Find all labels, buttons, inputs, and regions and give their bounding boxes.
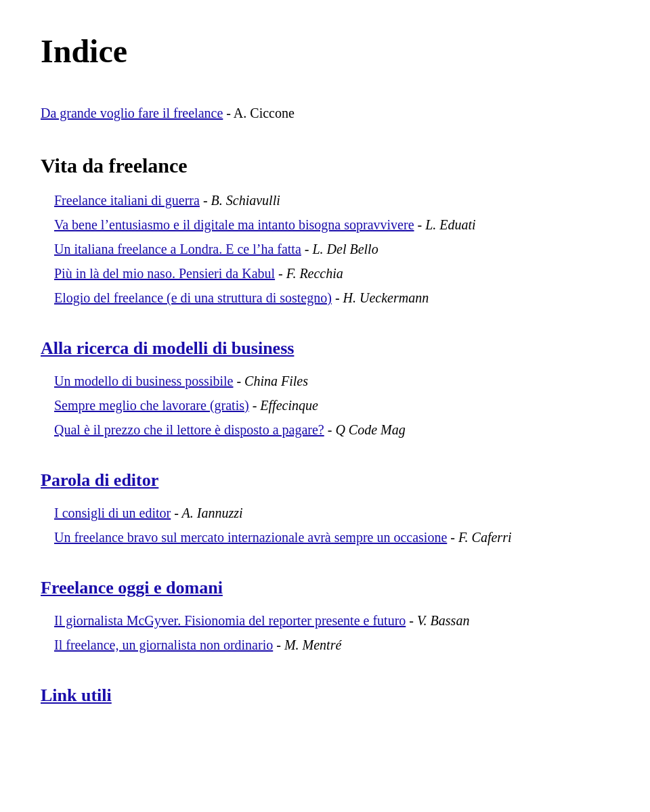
modelli-heading: Alla ricerca di modelli di business bbox=[41, 335, 609, 361]
vita-link-1[interactable]: Va bene l’entusiasmo e il digitale ma in… bbox=[54, 217, 414, 232]
top-entry-section: Da grande voglio fare il freelance - A. … bbox=[41, 103, 609, 123]
editor-heading: Parola di editor bbox=[41, 467, 609, 493]
editor-section: Parola di editor I consigli di un editor… bbox=[41, 467, 609, 547]
vita-author-3: - F. Recchia bbox=[275, 266, 343, 281]
vita-heading: Vita da freelance bbox=[41, 150, 609, 181]
domani-author-1: - M. Mentré bbox=[273, 637, 341, 652]
vita-author-2: - L. Del Bello bbox=[301, 242, 378, 256]
vita-link-3[interactable]: Più in là del mio naso. Pensieri da Kabu… bbox=[54, 266, 275, 281]
vita-author-1: - L. Eduati bbox=[414, 217, 476, 232]
vita-entry-0: Freelance italiani di guerra - B. Schiav… bbox=[54, 190, 609, 210]
domani-author-0: - V. Bassan bbox=[406, 613, 469, 628]
vita-entry-2: Un italiana freelance a Londra. E ce l’h… bbox=[54, 239, 609, 259]
vita-entry-4: Elogio del freelance (e di una struttura… bbox=[54, 288, 609, 308]
vita-link-2[interactable]: Un italiana freelance a Londra. E ce l’h… bbox=[54, 242, 301, 256]
page-title: Indice bbox=[41, 27, 609, 76]
top-entry-author: - A. Ciccone bbox=[223, 106, 295, 120]
modelli-entry-2: Qual è il prezzo che il lettore è dispos… bbox=[54, 420, 609, 440]
vita-author-4: - H. Ueckermann bbox=[332, 290, 429, 305]
modelli-link-1[interactable]: Sempre meglio che lavorare (gratis) bbox=[54, 398, 249, 413]
editor-entry-0: I consigli di un editor - A. Iannuzzi bbox=[54, 503, 609, 523]
domani-section: Freelance oggi e domani Il giornalista M… bbox=[41, 574, 609, 655]
modelli-author-0: - China Files bbox=[233, 374, 308, 388]
modelli-link-2[interactable]: Qual è il prezzo che il lettore è dispos… bbox=[54, 422, 324, 437]
domani-entry-1: Il freelance, un giornalista non ordinar… bbox=[54, 635, 609, 655]
vita-entry-1: Va bene l’entusiasmo e il digitale ma in… bbox=[54, 215, 609, 235]
domani-entry-0: Il giornalista McGyver. Fisionomia del r… bbox=[54, 610, 609, 631]
editor-link-1[interactable]: Un freelance bravo sul mercato internazi… bbox=[54, 530, 447, 545]
editor-entry-1: Un freelance bravo sul mercato internazi… bbox=[54, 527, 609, 547]
modelli-section: Alla ricerca di modelli di business Un m… bbox=[41, 335, 609, 440]
vita-entry-3: Più in là del mio naso. Pensieri da Kabu… bbox=[54, 263, 609, 284]
editor-author-1: - F. Caferri bbox=[447, 530, 511, 545]
vita-author-0: - B. Schiavulli bbox=[200, 193, 280, 208]
domani-heading: Freelance oggi e domani bbox=[41, 574, 609, 601]
modelli-author-2: - Q Code Mag bbox=[324, 422, 406, 437]
editor-author-0: - A. Iannuzzi bbox=[171, 505, 242, 520]
top-entry-item: Da grande voglio fare il freelance - A. … bbox=[41, 106, 295, 120]
modelli-entry-1: Sempre meglio che lavorare (gratis) - Ef… bbox=[54, 395, 609, 415]
vita-section: Vita da freelance Freelance italiani di … bbox=[41, 150, 609, 308]
editor-link-0[interactable]: I consigli di un editor bbox=[54, 505, 171, 520]
modelli-entry-0: Un modello di business possibile - China… bbox=[54, 371, 609, 391]
top-entry-link[interactable]: Da grande voglio fare il freelance bbox=[41, 106, 223, 120]
domani-link-1[interactable]: Il freelance, un giornalista non ordinar… bbox=[54, 637, 273, 652]
link-heading[interactable]: Link utili bbox=[41, 682, 609, 708]
modelli-author-1: - Effecinque bbox=[249, 398, 318, 413]
vita-link-4[interactable]: Elogio del freelance (e di una struttura… bbox=[54, 290, 332, 305]
vita-link-0[interactable]: Freelance italiani di guerra bbox=[54, 193, 200, 208]
domani-link-0[interactable]: Il giornalista McGyver. Fisionomia del r… bbox=[54, 613, 406, 628]
link-section: Link utili bbox=[41, 682, 609, 708]
modelli-link-0[interactable]: Un modello di business possibile bbox=[54, 374, 233, 388]
